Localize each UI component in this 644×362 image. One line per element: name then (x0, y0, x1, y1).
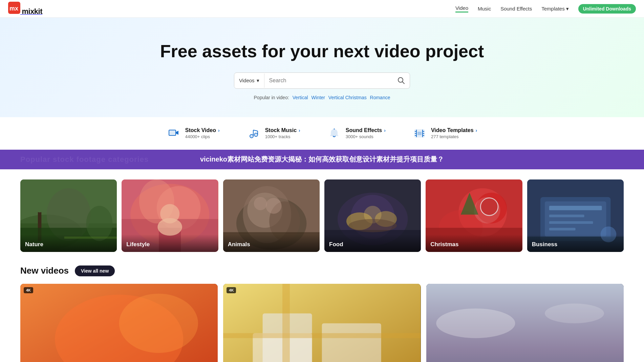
stat-music-arrow: › (299, 128, 300, 133)
svg-point-77 (119, 294, 198, 353)
videos-grid: 4K (20, 284, 624, 362)
video-card-2[interactable]: 4K (223, 284, 421, 362)
popular-tag-romance[interactable]: Romance (370, 95, 390, 100)
search-input[interactable] (264, 73, 393, 88)
nav-link-music[interactable]: Music (478, 6, 491, 12)
search-type-label: Videos (239, 78, 255, 83)
stat-video-arrow: › (218, 128, 220, 133)
svg-rect-71 (549, 228, 576, 230)
category-nature[interactable]: Nature (20, 179, 117, 252)
search-icon (398, 77, 405, 84)
popular-tag-winter[interactable]: Winter (312, 95, 325, 100)
svg-line-3 (403, 82, 405, 84)
categories-section: Nature Lifestyle (0, 169, 644, 262)
mixkit-logo-icon: mx (8, 2, 20, 14)
stat-stock-video[interactable]: Stock Video › 44000+ clips (167, 127, 220, 140)
view-all-new-button[interactable]: View all new (75, 265, 115, 276)
category-animals[interactable]: Animals (223, 179, 320, 252)
stat-templates-label: Video Templates (431, 127, 474, 133)
stat-templates-count: 277 templates (431, 134, 477, 139)
video-badge-4k-1: 4K (24, 287, 33, 293)
svg-point-57 (348, 219, 397, 232)
svg-point-87 (436, 308, 515, 338)
video-icon (167, 127, 180, 140)
category-business[interactable]: Business (527, 179, 624, 252)
stat-sound-label: Sound Effects (346, 127, 382, 133)
category-christmas-label: Christmas (426, 234, 522, 252)
svg-point-30 (32, 190, 48, 212)
brand-logo[interactable]: mx mixkit (8, 2, 42, 16)
promo-overlay-text: vicineko素材网站免费资源大揭秘：如何高效获取创意设计素材并提升项目质量？ (200, 155, 444, 164)
brand-name: mixkit (22, 7, 42, 16)
svg-point-88 (545, 303, 604, 323)
new-videos-header: New videos View all new (20, 265, 624, 276)
stats-bar: Stock Video › 44000+ clips Stock Music ›… (0, 117, 644, 150)
nav-link-templates[interactable]: Templates ▾ (541, 6, 568, 12)
video-card-3[interactable] (426, 284, 624, 362)
svg-rect-24 (417, 132, 422, 135)
search-type-dropdown[interactable]: Videos ▾ (234, 73, 264, 88)
bell-icon (327, 127, 341, 140)
search-bar: Videos ▾ (234, 72, 410, 89)
stat-video-templates[interactable]: Video Templates › 277 templates (413, 127, 477, 140)
stat-templates-arrow: › (476, 128, 477, 133)
category-animals-label: Animals (223, 234, 320, 252)
hero-headline: Free assets for your next video project (7, 41, 637, 62)
nav-links: Video Music Sound Effects Templates ▾ Un… (455, 4, 636, 14)
video-badge-4k-2: 4K (227, 287, 236, 293)
category-business-label: Business (527, 234, 624, 252)
stat-sound-effects[interactable]: Sound Effects › 3000+ sounds (327, 127, 386, 140)
category-nature-label: Nature (20, 234, 117, 252)
stat-video-label: Stock Video (185, 127, 216, 133)
search-submit-button[interactable] (393, 73, 410, 88)
svg-point-48 (265, 198, 281, 214)
svg-rect-4 (169, 130, 176, 135)
popular-tags: Popular in video: Vertical Winter Vertic… (7, 95, 637, 100)
new-videos-section: New videos View all new (0, 262, 644, 362)
category-lifestyle[interactable]: Lifestyle (122, 179, 218, 252)
video-card-1[interactable]: 4K (20, 284, 218, 362)
categories-grid: Nature Lifestyle (20, 179, 624, 252)
svg-line-10 (253, 130, 258, 131)
music-icon (247, 127, 260, 140)
hero-section: Free assets for your next video project … (0, 18, 644, 117)
svg-rect-70 (549, 221, 593, 224)
category-food-label: Food (324, 234, 421, 252)
svg-text:mx: mx (9, 5, 18, 12)
category-lifestyle-label: Lifestyle (122, 234, 218, 252)
chevron-down-icon: ▾ (566, 6, 569, 12)
category-christmas[interactable]: Christmas (426, 179, 522, 252)
chevron-down-icon: ▾ (257, 78, 259, 84)
stat-music-label: Stock Music (265, 127, 297, 133)
svg-rect-68 (549, 206, 602, 210)
popular-tag-vertical-christmas[interactable]: Vertical Christmas (328, 95, 367, 100)
svg-point-41 (160, 204, 179, 223)
nav-unlimited-downloads[interactable]: Unlimited Downloads (578, 4, 636, 14)
category-food[interactable]: Food (324, 179, 421, 252)
promo-banner: Popular stock footage categories vicinek… (0, 150, 644, 169)
navbar: mx mixkit Video Music Sound Effects Temp… (0, 0, 644, 18)
stat-stock-music[interactable]: Stock Music › 1000+ tracks (247, 127, 300, 140)
stat-sound-count: 3000+ sounds (346, 134, 386, 139)
new-videos-title: New videos (20, 265, 69, 276)
svg-point-64 (480, 198, 498, 215)
stat-sound-arrow: › (384, 128, 386, 133)
stat-music-count: 1000+ tracks (265, 134, 300, 139)
film-icon (413, 127, 426, 140)
svg-rect-81 (322, 323, 381, 362)
promo-banner-overlay: vicineko素材网站免费资源大揭秘：如何高效获取创意设计素材并提升项目质量？ (0, 150, 644, 169)
popular-tag-vertical[interactable]: Vertical (293, 95, 308, 100)
svg-rect-84 (223, 333, 421, 338)
svg-rect-69 (549, 215, 584, 217)
svg-marker-6 (176, 131, 178, 135)
svg-point-47 (254, 197, 267, 210)
nav-link-video[interactable]: Video (455, 5, 468, 13)
nav-link-sound-effects[interactable]: Sound Effects (500, 6, 532, 12)
svg-rect-83 (282, 284, 290, 362)
stat-video-count: 44000+ clips (185, 134, 220, 139)
